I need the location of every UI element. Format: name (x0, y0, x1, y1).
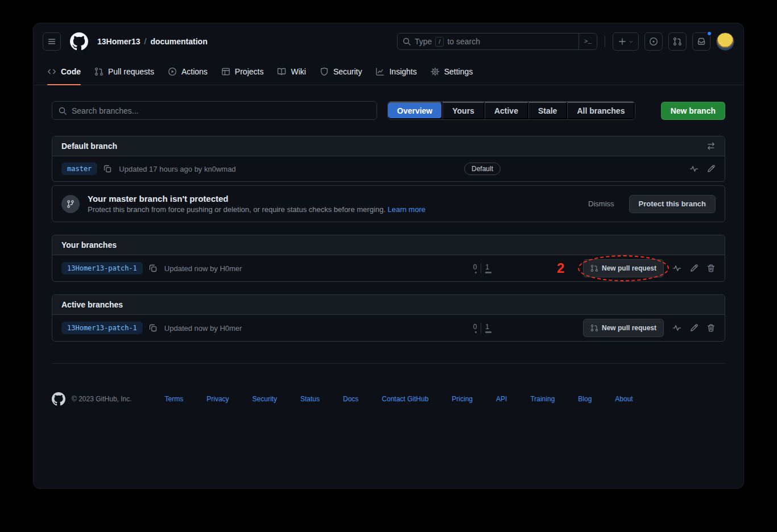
issues-button[interactable] (644, 32, 663, 51)
footer-link-blog[interactable]: Blog (578, 395, 592, 403)
branch-search-input[interactable] (72, 106, 371, 115)
active-branches-panel: Active branches 13Homer13-patch-1 Update… (52, 294, 725, 342)
footer-link-api[interactable]: API (496, 395, 507, 403)
breadcrumb: 13Homer13 / documentation (97, 37, 208, 46)
search-icon (58, 106, 67, 115)
breadcrumb-owner[interactable]: 13Homer13 (97, 37, 140, 46)
ahead-number: 1 (485, 323, 489, 331)
branch-protection-badge (61, 195, 80, 213)
new-pull-request-label: New pull request (602, 324, 656, 332)
footer-link-terms[interactable]: Terms (165, 395, 184, 403)
active-branches-header: Active branches (52, 295, 725, 315)
pulse-icon (672, 264, 681, 273)
tab-wiki[interactable]: Wiki (272, 59, 310, 85)
git-pull-request-icon (94, 67, 104, 76)
new-pull-request-button[interactable]: New pull request (583, 259, 664, 277)
create-new-button[interactable] (613, 32, 639, 51)
branch-updated-text: Updated now by H0mer (164, 324, 242, 332)
footer-link-contact-github[interactable]: Contact GitHub (382, 395, 428, 403)
your-branches-header: Your branches (52, 235, 725, 255)
tab-projects[interactable]: Projects (217, 59, 268, 85)
branch-name-link[interactable]: master (61, 163, 97, 175)
ahead-behind: 0 1 (469, 323, 496, 333)
git-pull-request-icon (590, 324, 598, 332)
pencil-icon (689, 323, 699, 332)
ahead-count: 1 (481, 263, 495, 273)
footer-link-docs[interactable]: Docs (343, 395, 358, 403)
command-palette-button[interactable]: >_ (578, 34, 597, 49)
protect-branch-button[interactable]: Protect this branch (629, 195, 716, 213)
dismiss-link[interactable]: Dismiss (588, 200, 614, 208)
branch-activity-button[interactable] (672, 264, 681, 273)
footer-link-pricing[interactable]: Pricing (452, 395, 473, 403)
footer-link-training[interactable]: Training (530, 395, 555, 403)
git-pull-request-icon (590, 264, 598, 272)
row-actions (505, 164, 716, 173)
tab-label: Code (61, 67, 81, 76)
branch-activity-button[interactable] (689, 164, 699, 173)
tab-label: Security (333, 67, 362, 76)
behind-count: 0 (469, 263, 481, 273)
footer-link-security[interactable]: Security (253, 395, 277, 403)
pull-requests-button[interactable] (668, 32, 687, 51)
row-icon-actions (689, 164, 716, 173)
filter-active[interactable]: Active (485, 102, 528, 119)
protection-actions: Dismiss Protect this branch (588, 195, 716, 213)
footer-link-status[interactable]: Status (300, 395, 320, 403)
copy-branch-button[interactable] (148, 264, 158, 273)
filter-yours[interactable]: Yours (443, 102, 485, 119)
filter-all-branches[interactable]: All branches (567, 102, 635, 119)
row-icon-actions (672, 264, 716, 273)
copy-branch-button[interactable] (103, 164, 112, 173)
inbox-button[interactable] (692, 32, 710, 51)
protection-description: Protect this branch from force pushing o… (88, 205, 577, 214)
branch-name-link[interactable]: 13Homer13-patch-1 (61, 322, 143, 334)
tab-actions[interactable]: Actions (163, 59, 212, 85)
panel-title: Active branches (61, 300, 123, 309)
avatar[interactable] (716, 32, 734, 51)
tab-settings[interactable]: Settings (426, 59, 478, 85)
panel-title: Your branches (61, 240, 117, 250)
protection-title: Your master branch isn't protected (88, 194, 577, 203)
delete-branch-button[interactable] (706, 264, 716, 273)
new-pull-request-label: New pull request (602, 264, 656, 272)
new-branch-button[interactable]: New branch (661, 102, 725, 120)
branch-activity-button[interactable] (672, 323, 681, 332)
tab-pull-requests[interactable]: Pull requests (90, 59, 159, 85)
tab-code[interactable]: Code (43, 59, 85, 85)
copy-branch-button[interactable] (148, 323, 158, 332)
tab-security[interactable]: Security (315, 59, 367, 85)
global-menu-button[interactable] (43, 32, 61, 51)
github-logo-icon[interactable] (70, 32, 88, 51)
hamburger-icon (47, 37, 56, 46)
tab-insights[interactable]: Insights (371, 59, 421, 85)
tab-label: Insights (389, 67, 416, 76)
default-branch-row: master Updated 17 hours ago by kn0wmad D… (52, 156, 725, 181)
compare-branches-button[interactable] (706, 142, 716, 151)
branch-search-field (52, 101, 377, 120)
rename-branch-button[interactable] (689, 323, 699, 332)
rename-branch-button[interactable] (689, 264, 699, 273)
learn-more-link[interactable]: Learn more (388, 205, 425, 214)
branch-name-link[interactable]: 13Homer13-patch-1 (61, 262, 143, 275)
branch-info: 13Homer13-patch-1 Updated now by H0mer (61, 262, 460, 275)
panel-title: Default branch (61, 142, 117, 151)
breadcrumb-repo[interactable]: documentation (150, 37, 207, 46)
filter-overview[interactable]: Overview (388, 102, 443, 119)
footer-link-privacy[interactable]: Privacy (206, 395, 229, 403)
ahead-bar (485, 331, 491, 333)
branch-row: 13Homer13-patch-1 Updated now by H0mer 0 (52, 315, 725, 341)
delete-branch-button[interactable] (706, 323, 716, 332)
header-actions: Type / to search >_ (397, 32, 734, 51)
global-search-input[interactable]: Type / to search >_ (397, 33, 597, 50)
book-icon (277, 67, 286, 76)
search-icon (402, 37, 411, 46)
new-pull-request-button[interactable]: New pull request (583, 319, 664, 337)
pulse-icon (689, 164, 699, 173)
filter-stale[interactable]: Stale (528, 102, 567, 119)
footer-link-about[interactable]: About (615, 395, 633, 403)
default-badge: Default (464, 163, 501, 175)
default-branch-header: Default branch (52, 136, 725, 156)
protection-message: Your master branch isn't protected Prote… (88, 194, 577, 214)
rename-branch-button[interactable] (706, 164, 716, 173)
